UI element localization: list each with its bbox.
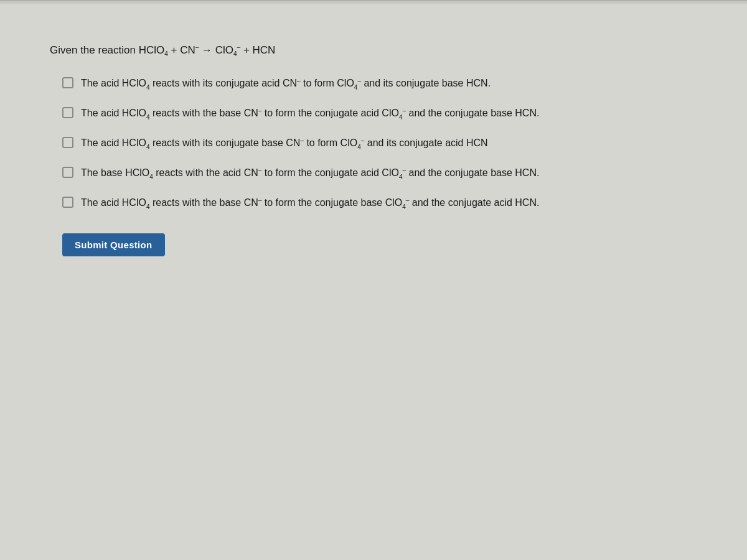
top-bar	[0, 0, 747, 4]
option-item-5: The acid HClO4 reacts with the base CN– …	[62, 195, 697, 212]
option-checkbox-2[interactable]	[62, 107, 73, 118]
reaction-line: Given the reaction HClO4 + CN– → ClO4– +…	[50, 44, 697, 57]
option-item-2: The acid HClO4 reacts with the base CN– …	[62, 106, 697, 122]
submit-question-button[interactable]: Submit Question	[62, 233, 165, 256]
option-item-3: The acid HClO4 reacts with its conjugate…	[62, 136, 697, 152]
option-checkbox-5[interactable]	[62, 197, 73, 208]
options-list: The acid HClO4 reacts with its conjugate…	[62, 76, 697, 212]
option-text-5: The acid HClO4 reacts with the base CN– …	[81, 195, 697, 212]
option-checkbox-3[interactable]	[62, 137, 73, 148]
main-container: Given the reaction HClO4 + CN– → ClO4– +…	[0, 0, 747, 560]
content-area: Given the reaction HClO4 + CN– → ClO4– +…	[31, 31, 716, 269]
option-text-2: The acid HClO4 reacts with the base CN– …	[81, 106, 697, 122]
option-checkbox-4[interactable]	[62, 167, 73, 178]
option-item-4: The base HClO4 reacts with the acid CN– …	[62, 166, 697, 182]
option-checkbox-1[interactable]	[62, 77, 73, 88]
option-text-4: The base HClO4 reacts with the acid CN– …	[81, 166, 697, 182]
option-item-1: The acid HClO4 reacts with its conjugate…	[62, 76, 697, 92]
option-text-1: The acid HClO4 reacts with its conjugate…	[81, 76, 697, 92]
option-text-3: The acid HClO4 reacts with its conjugate…	[81, 136, 697, 152]
